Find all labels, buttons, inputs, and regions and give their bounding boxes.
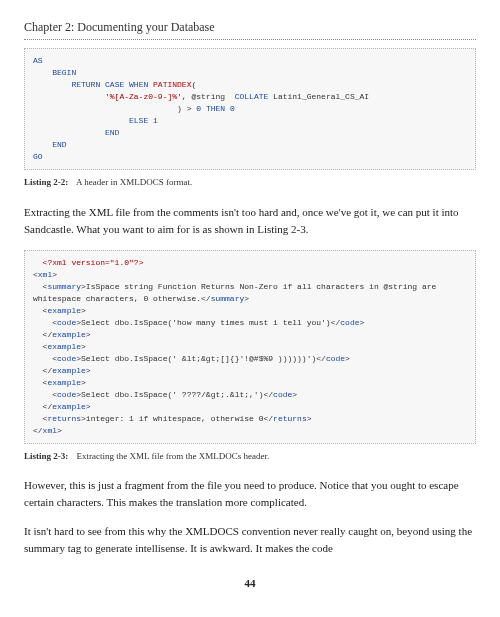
example3-close: </example> — [43, 402, 91, 411]
example2-open: <example> — [43, 342, 86, 351]
example1-close: </example> — [43, 330, 91, 339]
code-listing-2-3: <?xml version="1.0"?> <xml> <summary>IsS… — [24, 250, 476, 444]
fn-patindex: PATINDEX — [153, 80, 191, 89]
str-pattern: '%[A-Za-z0-9-]%' — [105, 92, 182, 101]
xml-open: <xml> — [33, 270, 57, 279]
comma: , — [182, 92, 187, 101]
kw-case: CASE — [105, 80, 124, 89]
listing-2-3-caption: Listing 2-3: Extracting the XML file fro… — [24, 450, 476, 464]
var-string: @string — [191, 92, 225, 101]
kw-go: GO — [33, 152, 43, 161]
kw-then: THEN — [206, 104, 225, 113]
example2-close: </example> — [43, 366, 91, 375]
returns-close: </returns> — [263, 414, 311, 423]
kw-end1: END — [105, 128, 119, 137]
xml-header: <?xml version="1.0"?> — [43, 258, 144, 267]
code1-open: <code> — [52, 318, 81, 327]
xml-close: </xml> — [33, 426, 62, 435]
example3-open: <example> — [43, 378, 86, 387]
paragraph-3: It isn't hard to see from this why the X… — [24, 523, 476, 557]
code2-open: <code> — [52, 354, 81, 363]
code3-close: </code> — [263, 390, 297, 399]
collation: Latin1_General_CS_AI — [273, 92, 369, 101]
num-zero2: 0 — [230, 104, 235, 113]
kw-as: AS — [33, 56, 43, 65]
paren-close: ) — [177, 104, 182, 113]
ex2-text: Select dbo.IsSpace(' &lt;&gt;[]{}'!@#$%9… — [81, 354, 316, 363]
returns-open: <returns> — [43, 414, 86, 423]
code1-close: </code> — [331, 318, 365, 327]
code2-close: </code> — [316, 354, 350, 363]
returns-text: integer: 1 if whitespace, otherwise 0 — [86, 414, 264, 423]
kw-when: WHEN — [129, 80, 148, 89]
listing-label-2: Listing 2-3: — [24, 451, 68, 461]
kw-return: RETURN — [71, 80, 100, 89]
listing-caption-text-2: Extracting the XML file from the XMLDOCs… — [77, 451, 270, 461]
listing-label: Listing 2-2: — [24, 177, 68, 187]
gt: > — [187, 104, 192, 113]
example1-open: <example> — [43, 306, 86, 315]
paren-open: ( — [191, 80, 196, 89]
page: Chapter 2: Documenting your Database AS … — [0, 0, 500, 610]
chapter-title: Chapter 2: Documenting your Database — [24, 18, 476, 36]
summary-open: <summary> — [43, 282, 86, 291]
kw-end2: END — [52, 140, 66, 149]
ex3-text: Select dbo.IsSpace(' ????/&gt;.&lt;,') — [81, 390, 263, 399]
page-number: 44 — [24, 575, 476, 592]
listing-caption-text: A header in XMLDOCS format. — [76, 177, 192, 187]
code-listing-2-2: AS BEGIN RETURN CASE WHEN PATINDEX( '%[A… — [24, 48, 476, 170]
num-one: 1 — [153, 116, 158, 125]
dotted-rule — [24, 39, 476, 40]
paragraph-2: However, this is just a fragment from th… — [24, 477, 476, 511]
paragraph-1: Extracting the XML file from the comment… — [24, 204, 476, 238]
num-zero: 0 — [196, 104, 201, 113]
kw-else: ELSE — [129, 116, 148, 125]
ex1-text: Select dbo.IsSpace('how many times must … — [81, 318, 331, 327]
summary-close: </summary> — [201, 294, 249, 303]
code3-open: <code> — [52, 390, 81, 399]
kw-collate: COLLATE — [235, 92, 269, 101]
listing-2-2-caption: Listing 2-2: A header in XMLDOCS format. — [24, 176, 476, 190]
kw-begin: BEGIN — [52, 68, 76, 77]
